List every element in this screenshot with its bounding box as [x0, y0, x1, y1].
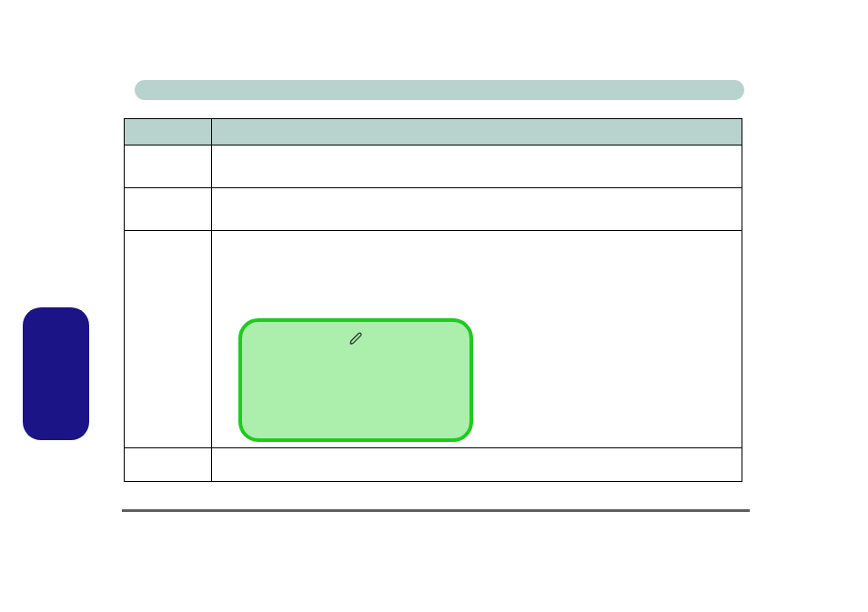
- table-header-row: [125, 119, 742, 145]
- table-row: [125, 448, 742, 482]
- table-cell: [211, 448, 742, 482]
- table-header-col1: [125, 119, 212, 145]
- note-callout: [238, 318, 473, 442]
- table-header-col2: [211, 119, 742, 145]
- table-cell: [125, 145, 212, 188]
- table-row: [125, 145, 742, 188]
- pen-icon: [349, 331, 364, 346]
- table-row: [125, 188, 742, 231]
- table-cell: [125, 231, 212, 448]
- table-cell: [125, 188, 212, 231]
- table-cell: [211, 188, 742, 231]
- side-callout-box: [23, 307, 89, 440]
- table-cell: [125, 448, 212, 482]
- footer-divider: [122, 509, 750, 512]
- table-cell: [211, 145, 742, 188]
- section-banner: [135, 80, 744, 100]
